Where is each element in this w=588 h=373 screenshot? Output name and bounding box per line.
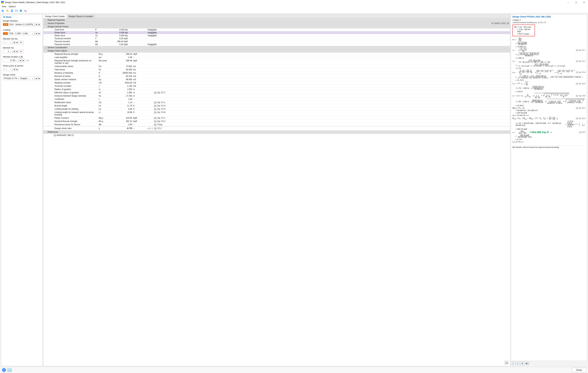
chevron-down-icon: ⌄ (10, 50, 11, 53)
menu-options[interactable]: Options (9, 5, 16, 8)
sp-next-button[interactable]: ▶ (16, 68, 19, 71)
section-class[interactable]: +Section Classification (43, 46, 510, 49)
xx0-label: x/x0 (26, 59, 29, 62)
dcv-row[interactable]: Effective radius of gyrationrts1.982in[1… (43, 91, 510, 94)
expand-icon[interactable]: + (44, 22, 46, 24)
dcv-row[interactable]: Radius of gyrationrz1.650in (43, 88, 510, 91)
dif-row[interactable]: Axial forceP0.000 kipNegligible (43, 28, 510, 31)
stress-combo[interactable]: -- --⌄ (3, 68, 12, 71)
section-dif[interactable]: −Design Internal Forces (43, 25, 510, 28)
info-icon[interactable]: D (2, 368, 6, 372)
svg-point-6 (16, 10, 16, 10)
dif-row[interactable]: Torsional momentT0.00 kipft (43, 37, 510, 40)
dcv-row[interactable]: Resistance factor for flexureΦb0.90--[1]… (43, 123, 510, 126)
dcv-row[interactable]: Torsional constantJ1.240in4 (43, 84, 510, 88)
dcv-row[interactable]: Load amplifierαcr2.06-- (43, 56, 510, 59)
maximize-button[interactable]: ▢ (572, 0, 580, 5)
loading-prev-button[interactable]: ◀ (35, 32, 38, 35)
tab-location[interactable]: Design Checks in Location (67, 14, 95, 18)
tab-details[interactable]: Design Check Details (43, 14, 67, 18)
member-set-combo[interactable]: -- --⌄ (3, 41, 12, 44)
collapse-icon[interactable]: − (44, 50, 46, 52)
close-window-button[interactable]: ✕ (580, 0, 588, 5)
dcv-row[interactable]: Warping constantCw3040.00in6 (43, 81, 510, 84)
ds-prev-button[interactable]: ◀ (35, 23, 38, 26)
menu-view[interactable]: View (2, 5, 6, 8)
eq-lb: Lb = π · rts · √Cb · E10 · Fcr · √10 · S… (513, 70, 585, 75)
svg-text:D: D (3, 369, 5, 372)
dcv-row[interactable]: Braced lengthLb11.76ft[1], Eq. F2-4 (43, 104, 510, 107)
dcv-row[interactable]: Critical elastic stressFcr73.982ksi (43, 65, 510, 68)
collapse-icon[interactable]: − (44, 26, 46, 28)
dcv-row[interactable]: Limiting length for inelastic lateral-to… (43, 111, 510, 116)
minimize-button[interactable]: ─ (564, 0, 572, 5)
svg-rect-4 (11, 11, 13, 12)
eq-cb: Cb = 12.5 · Mr,y,max2.5 · Mr,y,max + 3 ·… (513, 59, 585, 63)
ms-pick-icon[interactable] (19, 41, 23, 44)
dif-row[interactable]: Flexural momentMz0.00 kipftNegligible (43, 43, 510, 46)
dc-prev-button[interactable]: ◀ (35, 77, 38, 80)
dcv-row[interactable]: Coefficientc1.00-- (43, 98, 510, 101)
dcv-row[interactable]: Moment of inertiaIz40.100in4 (43, 75, 510, 78)
mn-next-button[interactable]: ▶ (16, 50, 19, 53)
reset-icon[interactable] (511, 362, 515, 365)
dcv-row[interactable]: Plastic momentMp,y420.83kipft[1], Eq. F2… (43, 116, 510, 120)
list-icon[interactable] (515, 362, 520, 365)
section-props[interactable]: +Section PropertiesW 18x50 | AISC 16 (43, 22, 510, 25)
dcv-row[interactable]: Required flexural strengthMr,y266.44kipf… (43, 52, 510, 56)
dif-row[interactable]: Shear forceVy0.000 kipNegligible (43, 31, 510, 34)
loc-next-button[interactable]: ▶ (22, 59, 25, 62)
expand-icon[interactable]: + (44, 46, 46, 49)
dcv-row[interactable]: Nominal flexural strengthMn,y382.32kipft… (43, 120, 510, 123)
stress-label: Stress point of section (3, 65, 41, 67)
mn-prev-button[interactable]: ◀ (13, 50, 15, 53)
expand-icon[interactable]: + (44, 19, 46, 21)
dif-row[interactable]: Shear forceVz0.000 kipNegligible (43, 34, 510, 37)
chapter-label: Chapter F (513, 19, 585, 21)
collapse-icon[interactable]: − (44, 131, 46, 133)
mn-pick-icon[interactable] (19, 50, 23, 53)
dc-next-button[interactable]: ▶ (38, 77, 41, 80)
tool-arrow-icon[interactable] (1, 9, 5, 13)
dcv-row[interactable]: Modulus of elasticityE29000.000ksi (43, 71, 510, 75)
ratio-row: Design check ratio η 0.774 -- ≤ 1 ✔ [1],… (43, 126, 510, 130)
tool-section-icon[interactable] (10, 9, 14, 13)
member-no-combo[interactable]: 1⌄ (3, 50, 12, 53)
design-check-label: Design check (3, 73, 41, 76)
dcv-row[interactable]: Elastic section modulusSy88.900in3 (43, 78, 510, 81)
units-icon[interactable]: 0,00 (7, 368, 12, 372)
loc-prev-button[interactable]: ◀ (19, 59, 21, 62)
dcv-row[interactable]: Yield stressFy50.000ksi (43, 68, 510, 71)
tool-stress-icon[interactable] (14, 9, 18, 13)
dcv-row[interactable]: Distance between flange centroidsho17.43… (43, 94, 510, 98)
ms-prev-button[interactable]: ◀ (13, 41, 15, 44)
print-icon[interactable]: ▾ (525, 362, 529, 365)
picture-icon[interactable] (504, 361, 509, 364)
dcv-row[interactable]: Required flexural strength (maximum on m… (43, 59, 510, 65)
section-refs[interactable]: −References (43, 130, 510, 134)
tool-magnifier-icon[interactable] (6, 9, 9, 13)
dcv-row[interactable]: Modification factorCb1.14--[1], Eq. F1-1 (43, 101, 510, 104)
design-situation-combo[interactable]: DS2 - Section 2.3 (LRFD), 1. to 5.⌄ (9, 23, 34, 26)
close-button[interactable]: Close (572, 368, 586, 372)
ms-next-button[interactable]: ▶ (16, 41, 19, 44)
tool-wave-icon[interactable] (23, 9, 27, 13)
location-label: Member location x [ft] (3, 56, 41, 58)
settings-icon[interactable] (520, 362, 525, 365)
design-check-combo[interactable]: FF4100 0.774 ✔ Chapter F | Lateral-to...… (3, 77, 34, 80)
dcv-row[interactable]: Limiting length for yieldingLp5.83ft[1],… (43, 107, 510, 111)
loading-next-button[interactable]: ▶ (38, 32, 41, 35)
menubar: View Options (0, 5, 588, 8)
tool-panel-icon[interactable] (19, 9, 23, 13)
toolbar (0, 8, 588, 13)
dif-row[interactable]: Flexural momentMy266.44 kipft (43, 40, 510, 43)
loading-chip: 2 (3, 32, 8, 35)
ds-next-button[interactable]: ▶ (38, 23, 41, 26)
section-dcv[interactable]: −Design Check Values (43, 49, 510, 52)
location-combo[interactable]: 17.50⌄ (3, 59, 19, 62)
section-material[interactable]: +Material Properties (43, 19, 510, 22)
loading-combo[interactable]: CO6 - 1.20D + 1.60L⌄ (8, 32, 34, 35)
chevron-down-icon: ⌄ (16, 59, 18, 62)
sp-prev-button[interactable]: ◀ (13, 68, 15, 71)
svg-rect-3 (11, 10, 13, 10)
